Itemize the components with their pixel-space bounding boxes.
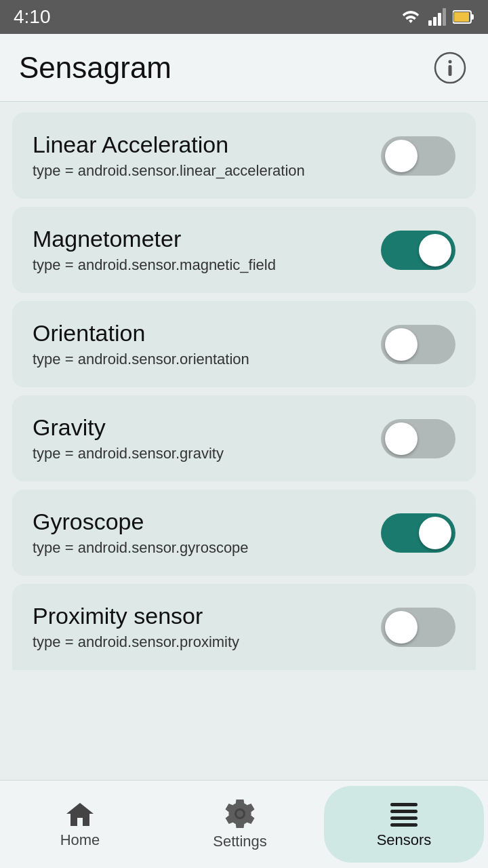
status-icons	[399, 8, 474, 26]
sensor-toggle-magnetometer[interactable]	[381, 231, 455, 270]
toggle-thumb	[419, 234, 451, 267]
svg-rect-6	[471, 14, 474, 20]
sensor-card-gyroscope[interactable]: Gyroscopetype = android.sensor.gyroscope	[12, 490, 476, 576]
battery-icon	[453, 8, 474, 26]
svg-rect-11	[390, 810, 418, 813]
sensor-list: Linear Accelerationtype = android.sensor…	[0, 102, 488, 780]
sensor-info: Gyroscopetype = android.sensor.gyroscope	[33, 509, 249, 557]
sensor-card-linear-acceleration[interactable]: Linear Accelerationtype = android.sensor…	[12, 113, 476, 199]
sensor-name: Linear Acceleration	[33, 132, 305, 158]
sensor-type: type = android.sensor.orientation	[33, 351, 249, 368]
toggle-thumb	[385, 611, 418, 644]
toggle-thumb	[385, 328, 418, 361]
sensor-toggle-gravity[interactable]	[381, 419, 455, 458]
sensor-toggle-linear-acceleration[interactable]	[381, 136, 455, 176]
sensor-type: type = android.sensor.magnetic_field	[33, 256, 276, 274]
status-time: 4:10	[14, 6, 51, 28]
bottom-nav: Home Settings Sensors	[0, 780, 488, 868]
app-title: Sensagram	[19, 51, 171, 85]
app-bar: Sensagram	[0, 34, 488, 102]
sensor-name: Gyroscope	[33, 509, 249, 535]
sensor-info: Linear Accelerationtype = android.sensor…	[33, 132, 305, 180]
sensor-type: type = android.sensor.proximity	[33, 633, 239, 651]
info-icon	[434, 52, 466, 84]
svg-rect-9	[449, 65, 452, 76]
svg-rect-10	[390, 803, 418, 806]
status-bar: 4:10	[0, 0, 488, 34]
sensor-type: type = android.sensor.gyroscope	[33, 539, 249, 557]
nav-label-home: Home	[60, 831, 100, 849]
svg-rect-13	[390, 823, 418, 827]
nav-label-settings: Settings	[213, 833, 267, 850]
sensor-card-magnetometer[interactable]: Magnetometertype = android.sensor.magnet…	[12, 207, 476, 293]
sensor-name: Gravity	[33, 414, 224, 441]
sensor-info: Magnetometertype = android.sensor.magnet…	[33, 226, 276, 274]
svg-rect-5	[454, 12, 469, 22]
sensor-card-proximity-sensor[interactable]: Proximity sensortype = android.sensor.pr…	[12, 584, 476, 670]
sensor-name: Orientation	[33, 320, 249, 347]
toggle-thumb	[385, 422, 418, 455]
nav-item-settings[interactable]: Settings	[160, 781, 320, 868]
sensor-card-gravity[interactable]: Gravitytype = android.sensor.gravity	[12, 395, 476, 481]
sensor-type: type = android.sensor.gravity	[33, 445, 224, 462]
info-button[interactable]	[431, 49, 469, 87]
nav-label-sensors: Sensors	[377, 831, 432, 849]
svg-rect-1	[433, 17, 436, 26]
sensor-toggle-proximity-sensor[interactable]	[381, 608, 455, 647]
wifi-icon	[399, 8, 423, 26]
toggle-thumb	[385, 140, 418, 172]
nav-item-home[interactable]: Home	[0, 781, 160, 868]
sensor-info: Gravitytype = android.sensor.gravity	[33, 414, 224, 462]
nav-item-sensors[interactable]: Sensors	[324, 786, 484, 863]
home-icon	[65, 800, 95, 827]
sensor-toggle-orientation[interactable]	[381, 325, 455, 364]
signal-icon	[428, 8, 447, 26]
sensor-info: Proximity sensortype = android.sensor.pr…	[33, 603, 239, 651]
sensor-toggle-gyroscope[interactable]	[381, 513, 455, 553]
sensor-card-orientation[interactable]: Orientationtype = android.sensor.orienta…	[12, 301, 476, 387]
svg-point-8	[449, 60, 452, 63]
sensor-name: Magnetometer	[33, 226, 276, 252]
sensor-info: Orientationtype = android.sensor.orienta…	[33, 320, 249, 368]
settings-icon	[225, 799, 255, 829]
svg-rect-0	[428, 20, 432, 26]
sensor-type: type = android.sensor.linear_acceleratio…	[33, 162, 305, 180]
sensors-list-icon	[389, 800, 419, 827]
svg-rect-3	[443, 8, 446, 26]
toggle-thumb	[419, 517, 451, 549]
sensor-name: Proximity sensor	[33, 603, 239, 629]
svg-rect-2	[438, 13, 441, 26]
svg-rect-12	[390, 816, 418, 820]
